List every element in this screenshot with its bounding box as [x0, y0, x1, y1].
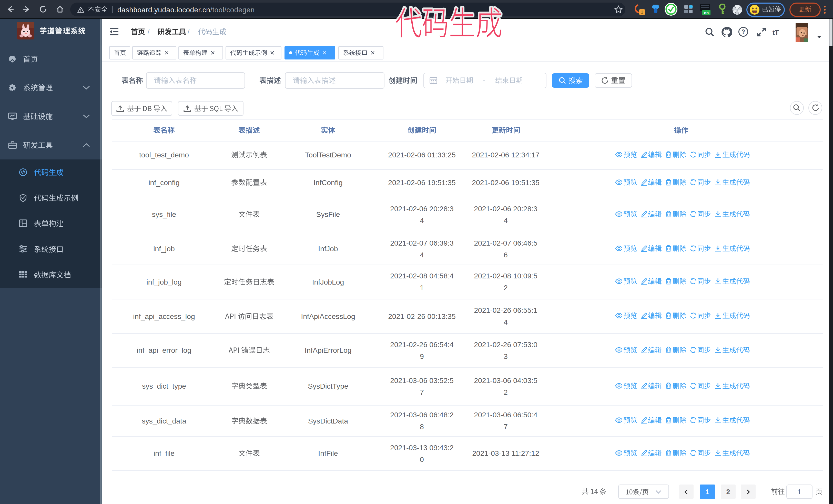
- svg-text:?: ?: [741, 28, 745, 35]
- svg-text:1: 1: [641, 10, 643, 15]
- svg-text:tT: tT: [772, 29, 779, 36]
- svg-text:on: on: [704, 10, 709, 15]
